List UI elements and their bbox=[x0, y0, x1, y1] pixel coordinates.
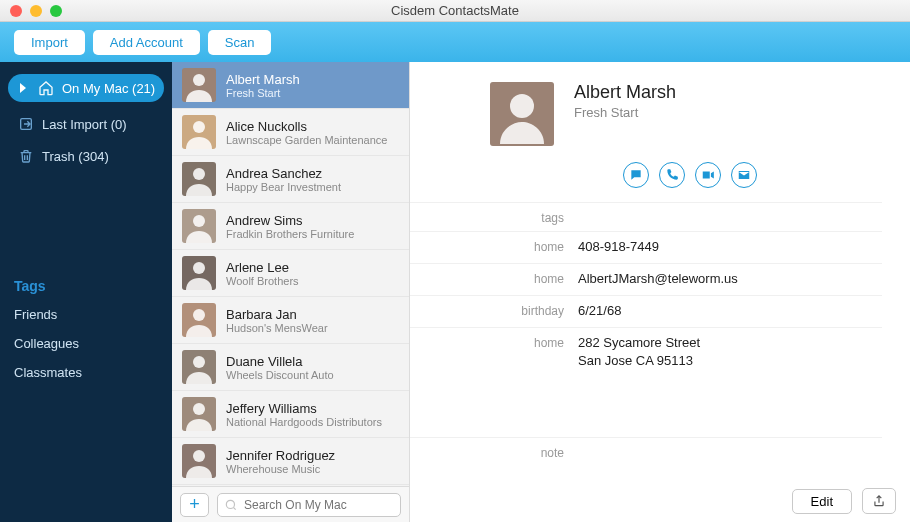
avatar bbox=[182, 115, 216, 149]
field-row: home282 Sycamore StreetSan Jose CA 95113 bbox=[410, 327, 882, 378]
avatar bbox=[182, 162, 216, 196]
sidebar-tags-header: Tags bbox=[0, 268, 172, 300]
contact-name: Jennifer Rodriguez bbox=[226, 448, 335, 463]
phone-button[interactable] bbox=[659, 162, 685, 188]
detail-footer: Edit bbox=[792, 488, 896, 514]
field-label: home bbox=[410, 238, 578, 254]
svg-point-10 bbox=[193, 262, 205, 274]
search-input[interactable] bbox=[244, 498, 394, 512]
svg-point-16 bbox=[193, 403, 205, 415]
field-row: birthday6/21/68 bbox=[410, 295, 882, 327]
search-field[interactable] bbox=[217, 493, 401, 517]
toolbar: Import Add Account Scan bbox=[0, 22, 910, 62]
svg-point-18 bbox=[193, 450, 205, 462]
svg-point-4 bbox=[193, 121, 205, 133]
tag-friends[interactable]: Friends bbox=[0, 300, 172, 329]
svg-point-2 bbox=[193, 74, 205, 86]
svg-point-12 bbox=[193, 309, 205, 321]
home-icon bbox=[38, 80, 54, 96]
contact-company: Fresh Start bbox=[226, 87, 300, 99]
avatar bbox=[182, 68, 216, 102]
sidebar: On My Mac (21) Last Import (0) Trash (30… bbox=[0, 62, 172, 522]
tag-classmates[interactable]: Classmates bbox=[0, 358, 172, 387]
trash-icon bbox=[18, 148, 34, 164]
detail-header: Albert Marsh Fresh Start bbox=[410, 62, 910, 152]
contact-name: Alice Nuckolls bbox=[226, 119, 387, 134]
contact-row[interactable]: Alice NuckollsLawnscape Garden Maintenan… bbox=[172, 109, 409, 156]
contact-company: Lawnscape Garden Maintenance bbox=[226, 134, 387, 146]
svg-point-8 bbox=[193, 215, 205, 227]
sidebar-item-label: Last Import (0) bbox=[42, 117, 127, 132]
field-label: note bbox=[410, 444, 578, 460]
video-button[interactable] bbox=[695, 162, 721, 188]
sidebar-item-last-import[interactable]: Last Import (0) bbox=[0, 108, 172, 140]
contact-row[interactable]: Jeffery WilliamsNational Hardgoods Distr… bbox=[172, 391, 409, 438]
contact-row[interactable]: Albert MarshFresh Start bbox=[172, 62, 409, 109]
contact-row[interactable]: Andrew SimsFradkin Brothers Furniture bbox=[172, 203, 409, 250]
svg-point-14 bbox=[193, 356, 205, 368]
contact-list[interactable]: Albert MarshFresh StartAlice NuckollsLaw… bbox=[172, 62, 409, 486]
sidebar-item-label: On My Mac (21) bbox=[62, 81, 155, 96]
detail-actions bbox=[410, 162, 910, 188]
contact-row[interactable]: Barbara JanHudson's MensWear bbox=[172, 297, 409, 344]
svg-point-6 bbox=[193, 168, 205, 180]
contact-company: Wherehouse Music bbox=[226, 463, 335, 475]
titlebar: Cisdem ContactsMate bbox=[0, 0, 910, 22]
detail-name: Albert Marsh bbox=[574, 82, 676, 103]
field-row: tags bbox=[410, 202, 882, 231]
avatar bbox=[182, 209, 216, 243]
contact-row[interactable]: Arlene LeeWoolf Brothers bbox=[172, 250, 409, 297]
field-label: home bbox=[410, 334, 578, 350]
share-button[interactable] bbox=[862, 488, 896, 514]
sidebar-groups: On My Mac (21) Last Import (0) Trash (30… bbox=[0, 62, 172, 178]
message-button[interactable] bbox=[623, 162, 649, 188]
add-account-button[interactable]: Add Account bbox=[93, 30, 200, 55]
contact-name: Duane Villela bbox=[226, 354, 334, 369]
contact-name: Andrew Sims bbox=[226, 213, 354, 228]
field-value: AlbertJMarsh@teleworm.us bbox=[578, 270, 738, 289]
contact-row[interactable]: Duane VillelaWheels Discount Auto bbox=[172, 344, 409, 391]
field-label: birthday bbox=[410, 302, 578, 318]
avatar bbox=[182, 397, 216, 431]
field-row: homeAlbertJMarsh@teleworm.us bbox=[410, 263, 882, 295]
field-label: home bbox=[410, 270, 578, 286]
contact-company: Happy Bear Investment bbox=[226, 181, 341, 193]
field-label: tags bbox=[410, 209, 578, 225]
contact-company: Hudson's MensWear bbox=[226, 322, 328, 334]
field-row: note bbox=[410, 437, 882, 466]
edit-button[interactable]: Edit bbox=[792, 489, 852, 514]
contact-name: Andrea Sanchez bbox=[226, 166, 341, 181]
disclosure-triangle-icon bbox=[20, 83, 26, 93]
import-button[interactable]: Import bbox=[14, 30, 85, 55]
contact-detail: Albert Marsh Fresh Start tagshome408-918… bbox=[410, 62, 910, 522]
svg-point-21 bbox=[226, 500, 234, 508]
detail-company: Fresh Start bbox=[574, 105, 676, 120]
contact-company: National Hardgoods Distributors bbox=[226, 416, 382, 428]
tag-colleagues[interactable]: Colleagues bbox=[0, 329, 172, 358]
sidebar-item-trash[interactable]: Trash (304) bbox=[0, 140, 172, 172]
contact-row[interactable]: Jennifer RodriguezWherehouse Music bbox=[172, 438, 409, 485]
contact-name: Albert Marsh bbox=[226, 72, 300, 87]
contact-photo[interactable] bbox=[490, 82, 554, 146]
sidebar-item-label: Trash (304) bbox=[42, 149, 109, 164]
contact-company: Wheels Discount Auto bbox=[226, 369, 334, 381]
contact-list-footer: + bbox=[172, 486, 409, 522]
svg-point-23 bbox=[510, 94, 534, 118]
sidebar-item-on-my-mac[interactable]: On My Mac (21) bbox=[8, 74, 164, 102]
field-value: 408-918-7449 bbox=[578, 238, 659, 257]
field-value: 6/21/68 bbox=[578, 302, 621, 321]
scan-button[interactable]: Scan bbox=[208, 30, 272, 55]
contact-company: Fradkin Brothers Furniture bbox=[226, 228, 354, 240]
contact-row[interactable]: Andrea SanchezHappy Bear Investment bbox=[172, 156, 409, 203]
search-icon bbox=[224, 498, 238, 512]
window-title: Cisdem ContactsMate bbox=[0, 3, 910, 18]
avatar bbox=[182, 256, 216, 290]
avatar bbox=[182, 350, 216, 384]
contact-company: Woolf Brothers bbox=[226, 275, 299, 287]
import-icon bbox=[18, 116, 34, 132]
field-row: home408-918-7449 bbox=[410, 231, 882, 263]
avatar bbox=[182, 303, 216, 337]
avatar bbox=[182, 444, 216, 478]
add-contact-button[interactable]: + bbox=[180, 493, 209, 517]
mail-button[interactable] bbox=[731, 162, 757, 188]
